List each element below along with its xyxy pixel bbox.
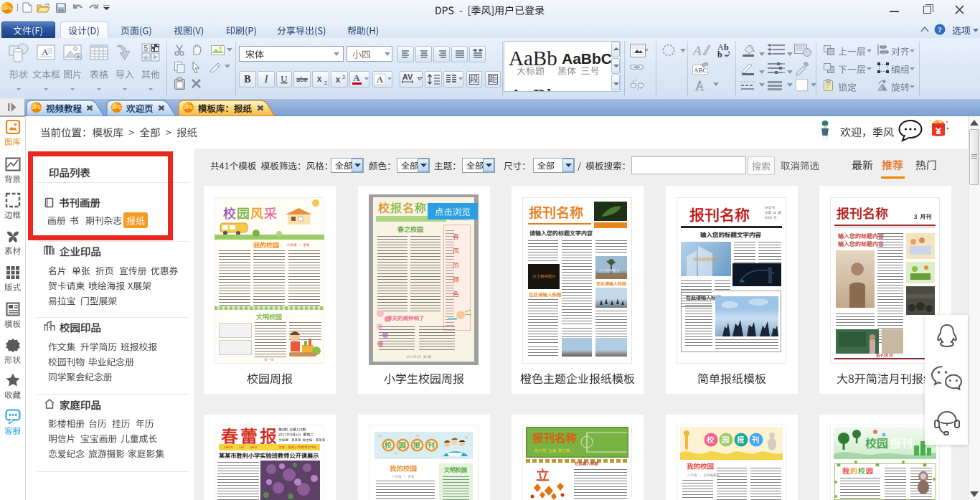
svg-text:点击替换图片: 点击替换图片	[598, 268, 620, 273]
svg-text:x: x	[317, 74, 322, 84]
svg-text:b: b	[724, 42, 729, 52]
svg-text:AaBb: AaBb	[509, 85, 557, 91]
svg-text:ABC: ABC	[694, 67, 707, 74]
svg-text:2: 2	[342, 74, 346, 80]
svg-text:DPS: DPS	[184, 105, 193, 110]
svg-text:2: 2	[324, 80, 328, 86]
svg-text:?: ?	[938, 25, 942, 34]
svg-text:AaBbC: AaBbC	[562, 89, 612, 91]
svg-text:x: x	[336, 75, 341, 85]
svg-text:A: A	[42, 47, 49, 57]
svg-text:5: 5	[144, 44, 149, 52]
svg-text:A: A	[377, 74, 384, 85]
svg-text:AV: AV	[402, 72, 413, 81]
svg-text:A: A	[697, 80, 707, 93]
svg-text:DPS: DPS	[112, 105, 121, 110]
svg-text:U: U	[281, 73, 288, 84]
svg-text:I: I	[264, 74, 269, 85]
svg-text:b: b	[717, 49, 722, 58]
svg-text:A: A	[353, 72, 360, 83]
svg-text:A: A	[693, 43, 705, 58]
svg-text:DPS: DPS	[32, 105, 41, 110]
svg-text:DPS: DPS	[2, 6, 12, 11]
svg-text:B: B	[244, 74, 250, 85]
